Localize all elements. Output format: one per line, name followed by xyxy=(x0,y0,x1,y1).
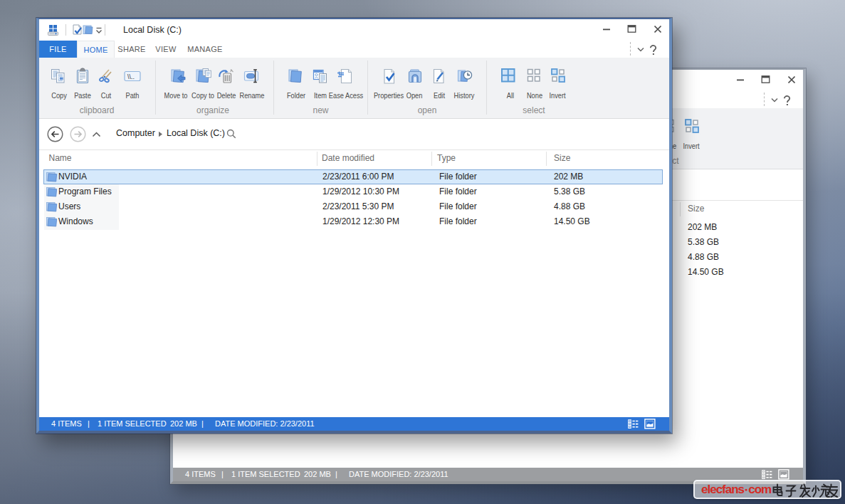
svg-text:\\..: \\.. xyxy=(127,73,135,80)
